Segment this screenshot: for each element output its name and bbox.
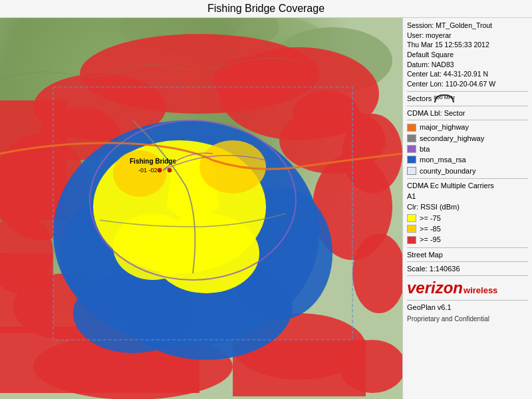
page-title: Fishing Bridge Coverage [207,3,325,14]
major-highway-label: major_highway [420,122,469,132]
secondary-highway-label: secondary_highway [420,134,484,143]
cdma-clr-label: Clr: RSSI (dBm) [407,202,460,211]
content-area: Fishing Bridge -01 -02 Session: MT_Golde… [0,18,532,399]
svg-point-39 [168,168,172,172]
svg-point-38 [158,168,162,172]
divider-3 [407,120,528,120]
legend-major-highway: major_highway [407,122,528,132]
street-map-label: Street Map [407,250,443,259]
divider-8 [407,300,528,301]
cdma-lbl-row: CDMA Lbl: Sector [407,108,528,118]
cdma-ec-title: CDMA Ec Multiple Carriers [407,181,528,190]
bta-color [407,145,416,153]
sectors-section: Sectors 850 MHz [407,94,528,103]
scale-label: Scale: 1:140636 [407,264,460,273]
cdma-yellow-label: >= -75 [420,213,441,223]
legend-section: major_highway secondary_highway bta mon_… [407,122,528,175]
session-datum: Datum: NAD83 [407,60,528,70]
divider-1 [407,91,528,92]
bta-label: bta [420,144,430,154]
cdma-red-color [407,236,416,244]
legend-mon-msa-rsa: mon_msa_rsa [407,155,528,164]
proprietary-row: Proprietary and Confidential [407,315,528,323]
cdma-orange-label: >= -85 [420,224,441,233]
major-highway-color [407,124,416,132]
cdma-clr-row: Clr: RSSI (dBm) [407,202,528,211]
divider-7 [407,275,528,276]
legend-secondary-highway: secondary_highway [407,134,528,143]
svg-point-22 [213,57,293,104]
session-center-lon: Center Lon: 110-20-04.67 W [407,79,528,89]
proprietary-label: Proprietary and Confidential [407,315,489,323]
verizon-text: verizon [407,279,463,297]
svg-point-21 [293,90,359,137]
session-info: Session: MT_Golden_Trout User: moyerar T… [407,21,528,89]
cdma-orange-color [407,225,416,233]
session-datetime: Thu Mar 15 12:55:33 2012 [407,40,528,50]
session-center-lat: Center Lat: 44-31-20.91 N [407,69,528,79]
verizon-section: verizonwireless [407,279,528,297]
geoplan-label: GeoPlan v6.1 [407,303,452,312]
cdma-ec-subtitle-row: A1 [407,192,528,201]
session-label: Session: MT_Golden_Trout [407,21,528,31]
secondary-highway-color [407,134,416,142]
scale-row: Scale: 1:140636 [407,264,528,273]
map-area: Fishing Bridge -01 -02 [0,18,402,399]
sector-freq: 850 MHz [434,94,455,101]
cdma-ec-label: CDMA Ec Multiple Carriers [407,181,494,190]
title-bar: Fishing Bridge Coverage [0,0,532,18]
session-square: Default Square [407,50,528,60]
cdma-ec-subtitle: A1 [407,192,416,201]
session-user: User: moyerar [407,31,528,41]
cdma-lbl: CDMA Lbl: Sector [407,108,465,118]
svg-point-32 [200,140,266,194]
geoplan-row: GeoPlan v6.1 [407,303,528,312]
mon-msa-rsa-label: mon_msa_rsa [420,155,466,164]
divider-5 [407,247,528,248]
legend-county-boundary: county_boundary [407,166,528,176]
sector-arc-icon: 850 MHz [434,94,454,102]
county-boundary-label: county_boundary [420,166,475,176]
sidebar: Session: MT_Golden_Trout User: moyerar T… [402,18,532,399]
divider-6 [407,261,528,262]
sectors-label: Sectors [407,94,432,103]
map-svg: Fishing Bridge -01 -02 [0,18,402,399]
mon-msa-rsa-color [407,156,416,164]
svg-text:-01  -02: -01 -02 [138,167,158,174]
svg-text:Fishing Bridge: Fishing Bridge [130,158,176,165]
cdma-ec-red: >= -95 [407,235,528,244]
cdma-red-label: >= -95 [420,235,441,244]
street-map-row: Street Map [407,250,528,259]
county-boundary-color [407,167,416,175]
divider-4 [407,178,528,179]
wireless-text: wireless [464,285,497,295]
cdma-ec-orange: >= -85 [407,224,528,233]
cdma-ec-section: CDMA Ec Multiple Carriers A1 Clr: RSSI (… [407,181,528,245]
main-container: Fishing Bridge Coverage [0,0,532,399]
cdma-ec-yellow: >= -75 [407,213,528,223]
verizon-logo: verizonwireless [407,279,528,297]
legend-bta: bta [407,144,528,154]
sectors-row: Sectors 850 MHz [407,94,528,103]
divider-2 [407,106,528,106]
cdma-yellow-color [407,214,416,222]
